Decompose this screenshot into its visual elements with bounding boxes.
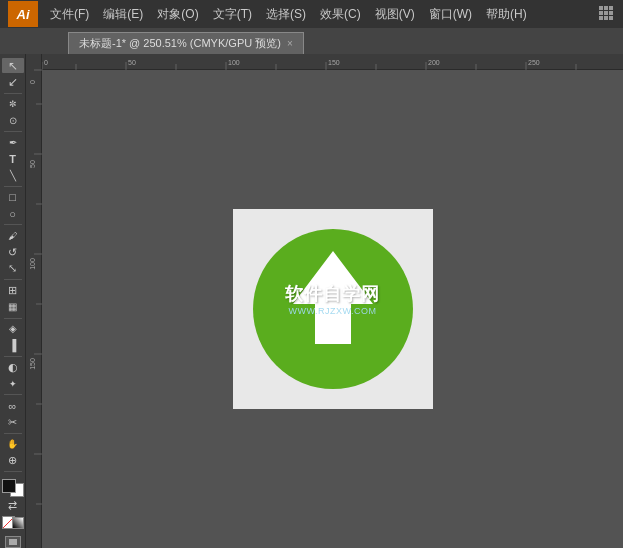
mesh-tool-button[interactable] bbox=[2, 283, 24, 298]
type-tool-button[interactable] bbox=[2, 151, 24, 166]
hand-tool-button[interactable] bbox=[2, 437, 24, 452]
document-tab[interactable]: 未标题-1* @ 250.51% (CMYK/GPU 预览) × bbox=[68, 32, 304, 54]
artboard-wrapper: 软件自学网 WWW.RJZXW.COM bbox=[42, 70, 623, 548]
gradient-color-icon[interactable] bbox=[12, 517, 24, 529]
horizontal-ruler: 0 50 100 150 200 250 bbox=[26, 54, 623, 70]
vertical-ruler: 0 50 100 150 bbox=[26, 54, 42, 548]
menu-help[interactable]: 帮助(H) bbox=[480, 4, 533, 25]
toolbar-separator-9 bbox=[4, 433, 22, 434]
scale-tool-button[interactable] bbox=[2, 261, 24, 276]
toolbar-separator-10 bbox=[4, 471, 22, 472]
svg-text:100: 100 bbox=[228, 59, 240, 66]
color-mode-icons bbox=[2, 516, 24, 529]
brush-tool-button[interactable] bbox=[2, 228, 24, 243]
ellipse-tool-button[interactable] bbox=[2, 206, 24, 221]
menu-effect[interactable]: 效果(C) bbox=[314, 4, 367, 25]
main-area: 0 50 100 150 200 250 0 bbox=[0, 54, 623, 548]
screen-mode-buttons bbox=[5, 536, 21, 548]
svg-text:0: 0 bbox=[29, 80, 36, 84]
toolbar-separator-6 bbox=[4, 318, 22, 319]
color-swatches[interactable] bbox=[2, 479, 24, 497]
app-logo: Ai bbox=[8, 1, 38, 27]
upload-icon-svg bbox=[253, 229, 413, 389]
workspace-switcher-icon[interactable] bbox=[599, 6, 615, 22]
toolbar-separator-1 bbox=[4, 93, 22, 94]
symbol-tool-button[interactable] bbox=[2, 321, 24, 336]
normal-screen-mode-button[interactable] bbox=[5, 536, 21, 548]
menu-file[interactable]: 文件(F) bbox=[44, 4, 95, 25]
blend-tool-button[interactable] bbox=[2, 398, 24, 413]
toolbar-separator-3 bbox=[4, 186, 22, 187]
svg-text:50: 50 bbox=[29, 160, 36, 168]
toolbar-separator-5 bbox=[4, 279, 22, 280]
gradient-tool-button[interactable] bbox=[2, 360, 24, 375]
menu-view[interactable]: 视图(V) bbox=[369, 4, 421, 25]
tab-close-button[interactable]: × bbox=[287, 38, 293, 49]
eyedrop-tool-button[interactable] bbox=[2, 376, 24, 391]
line-tool-button[interactable] bbox=[2, 168, 24, 183]
menu-edit[interactable]: 编辑(E) bbox=[97, 4, 149, 25]
toolbar bbox=[0, 54, 26, 548]
menu-object[interactable]: 对象(O) bbox=[151, 4, 204, 25]
svg-text:200: 200 bbox=[428, 59, 440, 66]
pen-tool-button[interactable] bbox=[2, 135, 24, 150]
chart-tool-button[interactable] bbox=[2, 299, 24, 314]
toolbar-separator-8 bbox=[4, 394, 22, 395]
canvas-area[interactable]: 0 50 100 150 200 250 0 bbox=[26, 54, 623, 548]
toolbar-separator-2 bbox=[4, 131, 22, 132]
menu-bar: 文件(F) 编辑(E) 对象(O) 文字(T) 选择(S) 效果(C) 视图(V… bbox=[44, 4, 599, 25]
direct-selection-tool-button[interactable] bbox=[2, 74, 24, 89]
svg-text:150: 150 bbox=[328, 59, 340, 66]
zoom-tool-button[interactable] bbox=[2, 453, 24, 468]
toolbar-separator-4 bbox=[4, 224, 22, 225]
svg-text:150: 150 bbox=[29, 358, 36, 370]
svg-text:100: 100 bbox=[29, 258, 36, 270]
swap-colors-button[interactable] bbox=[2, 498, 24, 513]
toolbar-separator-7 bbox=[4, 356, 22, 357]
tab-bar: 未标题-1* @ 250.51% (CMYK/GPU 预览) × bbox=[0, 28, 623, 54]
scissors-tool-button[interactable] bbox=[2, 414, 24, 429]
selection-tool-button[interactable] bbox=[2, 58, 24, 73]
svg-text:0: 0 bbox=[44, 59, 48, 66]
artboard[interactable]: 软件自学网 WWW.RJZXW.COM bbox=[233, 209, 433, 409]
menu-window[interactable]: 窗口(W) bbox=[423, 4, 478, 25]
lasso-tool-button[interactable] bbox=[2, 113, 24, 128]
foreground-color-swatch[interactable] bbox=[2, 479, 16, 493]
rotate-tool-button[interactable] bbox=[2, 244, 24, 259]
svg-text:250: 250 bbox=[528, 59, 540, 66]
rect-tool-button[interactable] bbox=[2, 190, 24, 205]
menu-select[interactable]: 选择(S) bbox=[260, 4, 312, 25]
title-bar: Ai 文件(F) 编辑(E) 对象(O) 文字(T) 选择(S) 效果(C) 视… bbox=[0, 0, 623, 28]
bar-graph-tool-button[interactable] bbox=[2, 338, 24, 353]
magic-wand-tool-button[interactable] bbox=[2, 96, 24, 111]
menu-type[interactable]: 文字(T) bbox=[207, 4, 258, 25]
svg-text:50: 50 bbox=[128, 59, 136, 66]
tab-label: 未标题-1* @ 250.51% (CMYK/GPU 预览) bbox=[79, 36, 281, 51]
